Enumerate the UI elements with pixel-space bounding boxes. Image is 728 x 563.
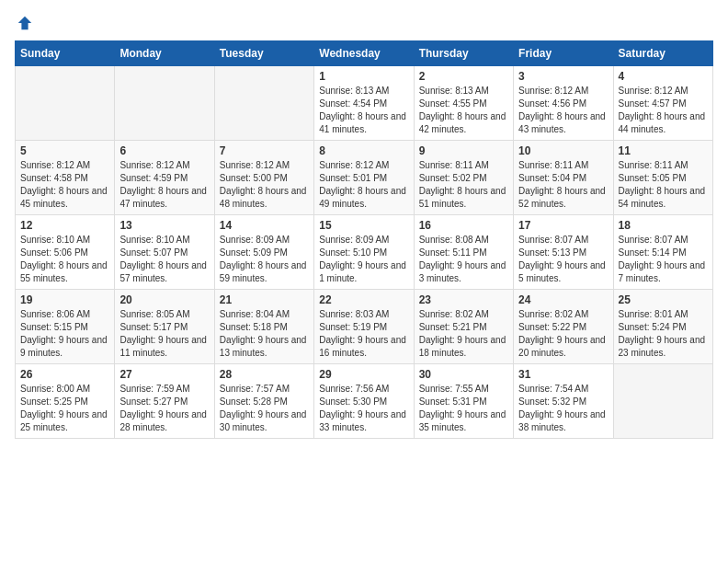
week-row-1: 1Sunrise: 8:13 AM Sunset: 4:54 PM Daylig… — [16, 66, 713, 141]
day-number: 29 — [319, 368, 408, 381]
weekday-header-wednesday: Wednesday — [314, 41, 414, 66]
day-info: Sunrise: 7:59 AM Sunset: 5:27 PM Dayligh… — [119, 383, 209, 434]
empty-cell — [115, 66, 214, 141]
day-number: 19 — [20, 293, 109, 306]
day-info: Sunrise: 8:12 AM Sunset: 5:01 PM Dayligh… — [319, 159, 408, 211]
day-info: Sunrise: 8:07 AM Sunset: 5:14 PM Dayligh… — [619, 234, 708, 285]
day-cell-13: 13Sunrise: 8:10 AM Sunset: 5:07 PM Dayli… — [115, 215, 214, 290]
empty-cell — [613, 364, 712, 439]
day-info: Sunrise: 8:00 AM Sunset: 5:25 PM Dayligh… — [20, 383, 109, 434]
day-info: Sunrise: 7:55 AM Sunset: 5:31 PM Dayligh… — [419, 383, 508, 434]
day-info: Sunrise: 8:12 AM Sunset: 5:00 PM Dayligh… — [220, 159, 309, 211]
day-cell-23: 23Sunrise: 8:02 AM Sunset: 5:21 PM Dayli… — [414, 290, 513, 364]
day-cell-25: 25Sunrise: 8:01 AM Sunset: 5:24 PM Dayli… — [613, 290, 712, 364]
day-info: Sunrise: 8:02 AM Sunset: 5:21 PM Dayligh… — [419, 308, 508, 360]
day-cell-14: 14Sunrise: 8:09 AM Sunset: 5:09 PM Dayli… — [214, 215, 313, 290]
day-number: 6 — [119, 144, 209, 157]
day-cell-31: 31Sunrise: 7:54 AM Sunset: 5:32 PM Dayli… — [514, 364, 613, 439]
day-cell-19: 19Sunrise: 8:06 AM Sunset: 5:15 PM Dayli… — [16, 290, 115, 364]
calendar-table: SundayMondayTuesdayWednesdayThursdayFrid… — [15, 40, 713, 439]
week-row-2: 5Sunrise: 8:12 AM Sunset: 4:58 PM Daylig… — [16, 141, 713, 215]
day-number: 26 — [20, 368, 109, 381]
day-number: 20 — [119, 293, 209, 306]
logo — [15, 15, 33, 31]
day-cell-7: 7Sunrise: 8:12 AM Sunset: 5:00 PM Daylig… — [214, 141, 313, 215]
day-cell-9: 9Sunrise: 8:11 AM Sunset: 5:02 PM Daylig… — [414, 141, 513, 215]
day-cell-5: 5Sunrise: 8:12 AM Sunset: 4:58 PM Daylig… — [16, 141, 115, 215]
day-number: 30 — [419, 368, 508, 381]
day-info: Sunrise: 8:11 AM Sunset: 5:04 PM Dayligh… — [518, 159, 608, 211]
weekday-header-friday: Friday — [514, 41, 613, 66]
weekday-header-tuesday: Tuesday — [214, 41, 313, 66]
day-cell-12: 12Sunrise: 8:10 AM Sunset: 5:06 PM Dayli… — [16, 215, 115, 290]
day-cell-15: 15Sunrise: 8:09 AM Sunset: 5:10 PM Dayli… — [314, 215, 414, 290]
day-cell-29: 29Sunrise: 7:56 AM Sunset: 5:30 PM Dayli… — [314, 364, 414, 439]
day-info: Sunrise: 8:12 AM Sunset: 4:59 PM Dayligh… — [119, 159, 209, 211]
day-number: 17 — [518, 219, 608, 232]
day-cell-20: 20Sunrise: 8:05 AM Sunset: 5:17 PM Dayli… — [115, 290, 214, 364]
day-number: 7 — [220, 144, 309, 157]
header — [15, 15, 713, 31]
day-cell-10: 10Sunrise: 8:11 AM Sunset: 5:04 PM Dayli… — [514, 141, 613, 215]
day-info: Sunrise: 8:02 AM Sunset: 5:22 PM Dayligh… — [518, 308, 608, 360]
week-row-4: 19Sunrise: 8:06 AM Sunset: 5:15 PM Dayli… — [16, 290, 713, 364]
weekday-header-saturday: Saturday — [613, 41, 712, 66]
day-info: Sunrise: 8:08 AM Sunset: 5:11 PM Dayligh… — [419, 234, 508, 285]
day-info: Sunrise: 8:09 AM Sunset: 5:09 PM Dayligh… — [220, 234, 309, 285]
day-info: Sunrise: 8:13 AM Sunset: 4:54 PM Dayligh… — [319, 85, 408, 136]
day-info: Sunrise: 8:11 AM Sunset: 5:05 PM Dayligh… — [619, 159, 708, 211]
empty-cell — [214, 66, 313, 141]
svg-marker-0 — [18, 17, 31, 29]
day-cell-17: 17Sunrise: 8:07 AM Sunset: 5:13 PM Dayli… — [514, 215, 613, 290]
weekday-header-thursday: Thursday — [414, 41, 513, 66]
day-number: 11 — [619, 144, 708, 157]
day-info: Sunrise: 8:06 AM Sunset: 5:15 PM Dayligh… — [20, 308, 109, 360]
day-number: 1 — [319, 70, 408, 83]
day-cell-4: 4Sunrise: 8:12 AM Sunset: 4:57 PM Daylig… — [613, 66, 712, 141]
day-number: 3 — [518, 70, 608, 83]
day-cell-30: 30Sunrise: 7:55 AM Sunset: 5:31 PM Dayli… — [414, 364, 513, 439]
day-cell-2: 2Sunrise: 8:13 AM Sunset: 4:55 PM Daylig… — [414, 66, 513, 141]
day-number: 9 — [419, 144, 508, 157]
day-number: 14 — [220, 219, 309, 232]
week-row-3: 12Sunrise: 8:10 AM Sunset: 5:06 PM Dayli… — [16, 215, 713, 290]
page-container: SundayMondayTuesdayWednesdayThursdayFrid… — [0, 0, 728, 448]
day-cell-8: 8Sunrise: 8:12 AM Sunset: 5:01 PM Daylig… — [314, 141, 414, 215]
day-info: Sunrise: 8:12 AM Sunset: 4:58 PM Dayligh… — [20, 159, 109, 211]
day-cell-6: 6Sunrise: 8:12 AM Sunset: 4:59 PM Daylig… — [115, 141, 214, 215]
day-cell-27: 27Sunrise: 7:59 AM Sunset: 5:27 PM Dayli… — [115, 364, 214, 439]
day-info: Sunrise: 8:13 AM Sunset: 4:55 PM Dayligh… — [419, 85, 508, 136]
day-number: 10 — [518, 144, 608, 157]
day-number: 2 — [419, 70, 508, 83]
weekday-header-row: SundayMondayTuesdayWednesdayThursdayFrid… — [16, 41, 713, 66]
day-cell-26: 26Sunrise: 8:00 AM Sunset: 5:25 PM Dayli… — [16, 364, 115, 439]
weekday-header-sunday: Sunday — [16, 41, 115, 66]
day-info: Sunrise: 8:05 AM Sunset: 5:17 PM Dayligh… — [119, 308, 209, 360]
day-number: 28 — [220, 368, 309, 381]
day-cell-11: 11Sunrise: 8:11 AM Sunset: 5:05 PM Dayli… — [613, 141, 712, 215]
day-info: Sunrise: 8:11 AM Sunset: 5:02 PM Dayligh… — [419, 159, 508, 211]
logo-icon — [17, 15, 33, 31]
day-number: 8 — [319, 144, 408, 157]
day-cell-16: 16Sunrise: 8:08 AM Sunset: 5:11 PM Dayli… — [414, 215, 513, 290]
empty-cell — [16, 66, 115, 141]
weekday-header-monday: Monday — [115, 41, 214, 66]
day-cell-18: 18Sunrise: 8:07 AM Sunset: 5:14 PM Dayli… — [613, 215, 712, 290]
day-info: Sunrise: 8:01 AM Sunset: 5:24 PM Dayligh… — [619, 308, 708, 360]
day-number: 16 — [419, 219, 508, 232]
day-number: 5 — [20, 144, 109, 157]
day-info: Sunrise: 8:03 AM Sunset: 5:19 PM Dayligh… — [319, 308, 408, 360]
day-number: 21 — [220, 293, 309, 306]
day-number: 25 — [619, 293, 708, 306]
day-number: 4 — [619, 70, 708, 83]
day-number: 24 — [518, 293, 608, 306]
day-info: Sunrise: 8:10 AM Sunset: 5:07 PM Dayligh… — [119, 234, 209, 285]
day-number: 18 — [619, 219, 708, 232]
day-number: 12 — [20, 219, 109, 232]
day-cell-1: 1Sunrise: 8:13 AM Sunset: 4:54 PM Daylig… — [314, 66, 414, 141]
day-cell-3: 3Sunrise: 8:12 AM Sunset: 4:56 PM Daylig… — [514, 66, 613, 141]
day-info: Sunrise: 8:04 AM Sunset: 5:18 PM Dayligh… — [220, 308, 309, 360]
day-info: Sunrise: 7:57 AM Sunset: 5:28 PM Dayligh… — [220, 383, 309, 434]
logo-text — [15, 15, 33, 31]
day-number: 22 — [319, 293, 408, 306]
